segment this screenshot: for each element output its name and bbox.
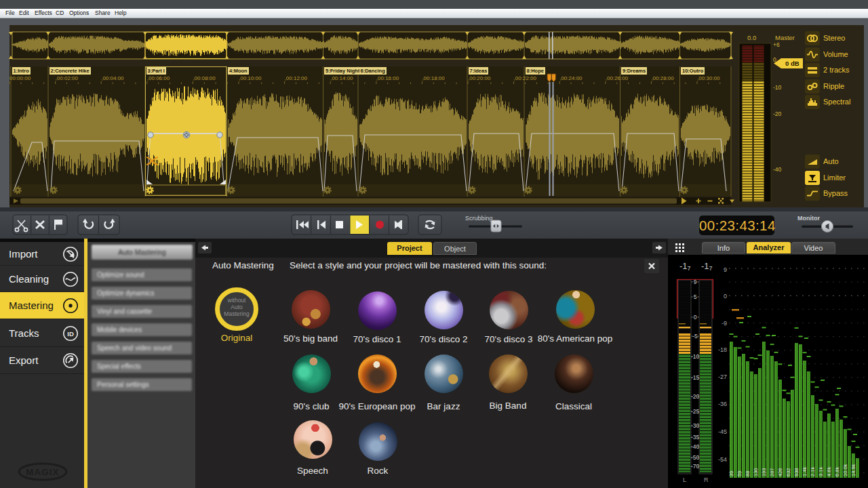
- svg-text:3.1k: 3.1k: [818, 467, 824, 476]
- svg-text:ID: ID: [67, 329, 74, 337]
- svg-text:2.1k: 2.1k: [810, 467, 816, 476]
- svg-text:130: 130: [753, 468, 759, 476]
- svg-text:-54: -54: [718, 456, 727, 463]
- svg-text:9: 9: [724, 266, 727, 273]
- svg-text:R: R: [704, 476, 709, 483]
- svg-text:4.6k: 4.6k: [826, 467, 832, 476]
- svg-text:14.9k: 14.9k: [850, 464, 856, 476]
- svg-text:-9: -9: [722, 320, 727, 327]
- svg-text:9: 9: [694, 279, 697, 285]
- svg-text:0.0: 0.0: [747, 34, 756, 41]
- svg-text:-10: -10: [773, 84, 782, 91]
- svg-text:193: 193: [761, 468, 767, 476]
- svg-text:0 dB: 0 dB: [785, 60, 800, 67]
- svg-text:39: 39: [728, 471, 734, 476]
- svg-text:0: 0: [694, 314, 697, 321]
- svg-text:59: 59: [736, 471, 743, 476]
- svg-text:-45: -45: [718, 428, 727, 435]
- svg-text:0: 0: [724, 293, 727, 300]
- svg-text:10.0k: 10.0k: [842, 464, 848, 476]
- svg-text:5: 5: [694, 293, 697, 300]
- svg-text:+6: +6: [773, 41, 780, 48]
- svg-text:426: 426: [777, 468, 783, 476]
- svg-text:6.8k: 6.8k: [834, 467, 840, 476]
- svg-text:-40: -40: [773, 166, 782, 173]
- svg-text:1.4k: 1.4k: [802, 467, 808, 476]
- svg-text:-20: -20: [773, 110, 782, 117]
- svg-text:MAGIX: MAGIX: [26, 467, 59, 477]
- svg-text:-27: -27: [718, 373, 727, 380]
- svg-text:-18: -18: [718, 346, 727, 353]
- svg-text:-5: -5: [692, 333, 698, 340]
- svg-text:-36: -36: [718, 401, 727, 407]
- svg-text:L: L: [683, 476, 686, 483]
- svg-text:938: 938: [793, 468, 800, 476]
- svg-text:632: 632: [785, 468, 791, 476]
- svg-text:88: 88: [745, 471, 751, 476]
- svg-text:Master: Master: [775, 34, 795, 41]
- svg-text:287: 287: [769, 468, 775, 476]
